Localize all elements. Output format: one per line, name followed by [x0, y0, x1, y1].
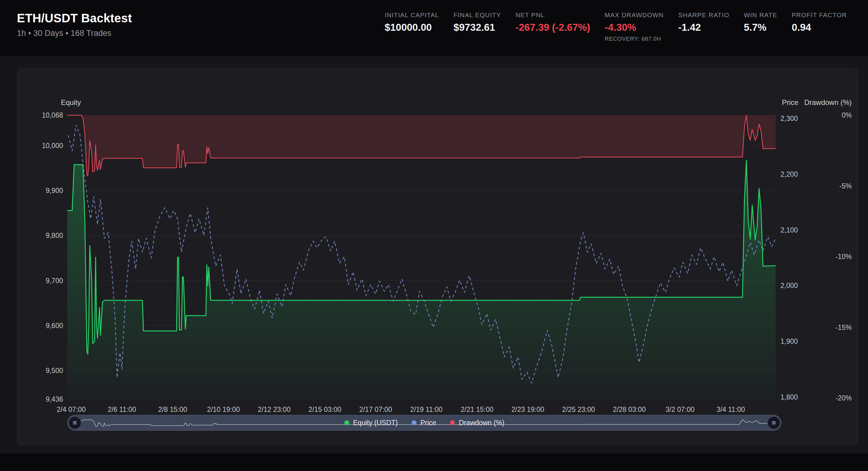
- stat-value: -4.30%: [605, 22, 664, 33]
- x-axis-label: 2/25 23:00: [562, 406, 595, 413]
- legend-label-drawdown: Drawdown (%): [459, 419, 504, 427]
- bottom-bar: [0, 453, 868, 471]
- stat-value: 0.94: [792, 22, 847, 33]
- legend-item-equity[interactable]: Equity (USDT): [344, 419, 398, 427]
- y-axis-label-drawdown: 0%: [842, 111, 852, 119]
- chart-canvas[interactable]: 10,06810,0009,9009,8009,7009,6009,5009,4…: [18, 69, 858, 444]
- y-axis-label-equity: 10,000: [42, 142, 63, 149]
- stat-value: $9732.61: [454, 22, 501, 33]
- title-block: ETH/USDT Backtest 1h • 30 Days • 168 Tra…: [17, 11, 132, 38]
- x-axis-label: 2/21 15:00: [461, 406, 493, 413]
- chart-legend: Equity (USDT) Price Drawdown (%): [344, 419, 504, 427]
- stat-label: INITIAL CAPITAL: [385, 11, 439, 19]
- chart-panel: 10,06810,0009,9009,8009,7009,6009,5009,4…: [17, 68, 858, 445]
- stat-value: -267.39 (-2.67%): [516, 22, 590, 33]
- navigator-handle-left-icon[interactable]: ≡: [68, 416, 82, 429]
- y-axis-label-price: 1,800: [780, 393, 798, 401]
- stat-max-drawdown: MAX DRAWDOWN -4.30% RECOVERY: 687.0H: [605, 11, 664, 42]
- stat-win-rate: WIN RATE 5.7%: [744, 11, 777, 42]
- page-title: ETH/USDT Backtest: [17, 11, 132, 25]
- y-axis-label-equity: 10,068: [42, 111, 63, 119]
- stat-initial-capital: INITIAL CAPITAL $10000.00: [385, 11, 439, 42]
- drawdown-area: [67, 115, 776, 176]
- y-axis-label-equity: 9,600: [45, 322, 63, 330]
- y-axis-label-equity: 9,500: [45, 367, 63, 374]
- stat-label: SHARPE RATIO: [678, 11, 729, 19]
- equity-series-dot-icon: [344, 420, 349, 425]
- price-series-dot-icon: [412, 420, 416, 425]
- y-axis-label-equity: 9,800: [45, 232, 63, 239]
- y-axis-label-drawdown: -15%: [835, 324, 852, 331]
- x-axis-label: 2/19 11:00: [410, 406, 442, 413]
- stat-label: NET PNL: [516, 11, 590, 19]
- x-axis-label: 2/12 23:00: [258, 406, 291, 413]
- y-axis-label-drawdown: -5%: [839, 182, 852, 190]
- x-axis-label: 2/6 11:00: [108, 406, 136, 413]
- equity-area: [67, 160, 776, 399]
- y-axis-label-price: 2,200: [780, 170, 798, 178]
- y-axis-label-drawdown: -10%: [835, 253, 852, 261]
- legend-label-equity: Equity (USDT): [353, 419, 398, 427]
- stat-net-pnl: NET PNL -267.39 (-2.67%): [516, 11, 590, 42]
- stat-label: MAX DRAWDOWN: [605, 11, 664, 19]
- stat-value: -1.42: [678, 22, 729, 33]
- backtest-chart[interactable]: 10,06810,0009,9009,8009,7009,6009,5009,4…: [18, 69, 858, 444]
- stat-label: PROFIT FACTOR: [792, 11, 847, 19]
- x-axis-label: 2/17 07:00: [359, 406, 392, 413]
- stat-label: FINAL EQUITY: [454, 11, 501, 19]
- page-subtitle: 1h • 30 Days • 168 Trades: [17, 29, 132, 38]
- y-axis-label-equity: 9,436: [45, 395, 63, 403]
- stat-profit-factor: PROFIT FACTOR 0.94: [792, 11, 847, 42]
- navigator-handle-right-icon[interactable]: ≡: [767, 416, 780, 429]
- x-axis-label: 2/15 03:00: [308, 406, 341, 413]
- y-axis-label-equity: 9,700: [45, 277, 63, 284]
- x-axis-label: 3/4 11:00: [716, 406, 745, 413]
- y-axis-label-drawdown: -20%: [835, 394, 852, 402]
- stats-bar: INITIAL CAPITAL $10000.00 FINAL EQUITY $…: [385, 11, 847, 42]
- y-axis-label-price: 2,100: [780, 226, 798, 234]
- y-axis-label-equity: 9,900: [45, 187, 63, 195]
- x-axis-label: 2/28 03:00: [613, 406, 646, 413]
- chart-navigator[interactable]: ≡ Equity (USDT) Price Drawdown (%) ≡: [67, 415, 781, 431]
- stat-sub-recovery: RECOVERY: 687.0H: [605, 36, 664, 42]
- x-axis-label: 3/2 07:00: [665, 406, 694, 413]
- stat-sharpe-ratio: SHARPE RATIO -1.42: [678, 11, 729, 42]
- stat-final-equity: FINAL EQUITY $9732.61: [454, 11, 501, 42]
- legend-item-price[interactable]: Price: [412, 419, 436, 427]
- axis-title-equity: Equity: [61, 98, 81, 106]
- drawdown-series-dot-icon: [450, 420, 455, 425]
- axis-title-drawdown: Drawdown (%): [804, 98, 852, 106]
- legend-item-drawdown[interactable]: Drawdown (%): [450, 419, 504, 427]
- stat-label: WIN RATE: [744, 11, 777, 19]
- legend-label-price: Price: [421, 419, 436, 427]
- axis-title-price: Price: [782, 98, 799, 106]
- stat-value: 5.7%: [744, 22, 777, 33]
- header: ETH/USDT Backtest 1h • 30 Days • 168 Tra…: [0, 0, 868, 56]
- y-axis-label-price: 2,300: [780, 114, 798, 123]
- stat-value: $10000.00: [385, 22, 439, 33]
- y-axis-label-price: 1,900: [780, 337, 798, 345]
- y-axis-label-price: 2,000: [780, 282, 798, 290]
- x-axis-label: 2/4 07:00: [57, 406, 86, 413]
- x-axis-label: 2/10 19:00: [207, 406, 240, 413]
- x-axis-label: 2/8 15:00: [158, 406, 187, 413]
- x-axis-label: 2/23 19:00: [512, 406, 545, 413]
